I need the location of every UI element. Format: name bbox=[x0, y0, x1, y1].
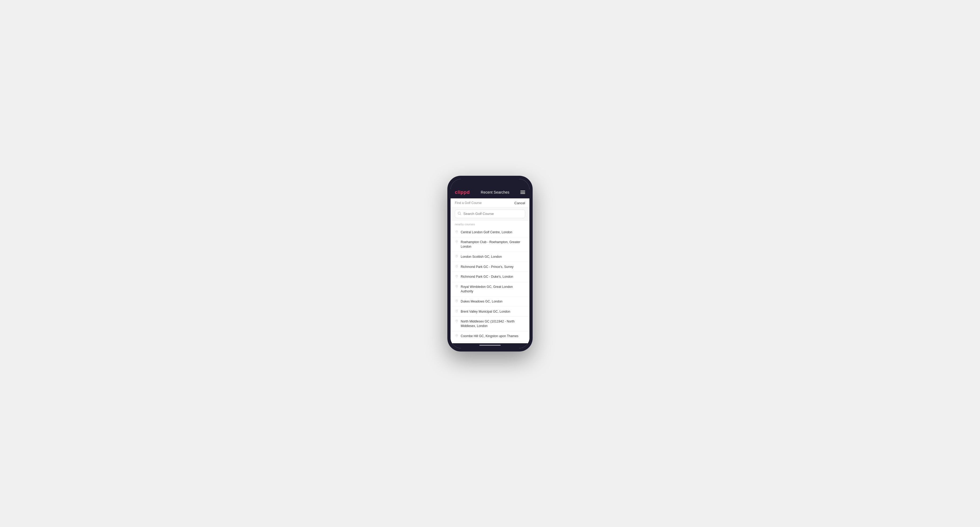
course-list-item[interactable]: Richmond Park GC - Prince's, Surrey bbox=[450, 262, 530, 272]
location-pin-icon bbox=[455, 230, 458, 234]
course-name: Dukes Meadows GC, London bbox=[461, 299, 503, 304]
course-name: Roehampton Club - Roehampton, Greater Lo… bbox=[461, 240, 525, 249]
cancel-button[interactable]: Cancel bbox=[514, 201, 525, 205]
home-indicator bbox=[450, 343, 530, 348]
location-pin-icon bbox=[455, 310, 458, 313]
course-name: London Scottish GC, London bbox=[461, 255, 502, 259]
course-list-item[interactable]: Dukes Meadows GC, London bbox=[450, 297, 530, 307]
phone-notch bbox=[450, 179, 530, 187]
menu-line-1 bbox=[520, 190, 525, 191]
content-area: Find a Golf Course Cancel Nearby bbox=[450, 198, 530, 343]
app-logo: clippd bbox=[455, 190, 470, 195]
header-title: Recent Searches bbox=[480, 190, 509, 194]
course-name: Royal Wimbledon GC, Great London Authori… bbox=[461, 285, 525, 294]
course-list-item[interactable]: North Middlesex GC (1011942 - North Midd… bbox=[450, 317, 530, 331]
location-pin-icon bbox=[455, 285, 458, 289]
svg-point-9 bbox=[456, 310, 457, 311]
search-box[interactable] bbox=[455, 210, 525, 218]
course-name: Richmond Park GC - Prince's, Surrey bbox=[461, 265, 514, 269]
home-indicator-bar bbox=[479, 345, 501, 346]
location-pin-icon bbox=[455, 300, 458, 303]
menu-line-2 bbox=[520, 192, 525, 192]
course-list-item[interactable]: Coombe Hill GC, Kingston upon Thames bbox=[450, 331, 530, 341]
svg-point-4 bbox=[456, 256, 457, 256]
search-icon bbox=[458, 212, 461, 216]
course-list-item[interactable]: London Scottish GC, London bbox=[450, 252, 530, 262]
phone-device: clippd Recent Searches Find a Golf Cours… bbox=[447, 176, 533, 351]
search-input[interactable] bbox=[463, 212, 522, 216]
phone-screen: clippd Recent Searches Find a Golf Cours… bbox=[450, 179, 530, 348]
find-label: Find a Golf Course bbox=[455, 201, 482, 205]
svg-point-11 bbox=[456, 335, 457, 335]
location-pin-icon bbox=[455, 240, 458, 244]
svg-point-2 bbox=[456, 231, 457, 232]
course-list-item[interactable]: Roehampton Club - Roehampton, Greater Lo… bbox=[450, 237, 530, 252]
location-pin-icon bbox=[455, 319, 458, 323]
menu-line-3 bbox=[520, 193, 525, 194]
menu-button[interactable] bbox=[520, 190, 525, 194]
find-header: Find a Golf Course Cancel bbox=[450, 198, 530, 208]
search-container bbox=[450, 208, 530, 221]
svg-point-6 bbox=[456, 276, 457, 276]
course-list-item[interactable]: Central London Golf Centre, London bbox=[450, 227, 530, 238]
location-pin-icon bbox=[455, 275, 458, 279]
location-pin-icon bbox=[455, 255, 458, 259]
course-list: Central London Golf Centre, London Roeha… bbox=[450, 227, 530, 341]
svg-point-3 bbox=[456, 241, 457, 242]
location-pin-icon bbox=[455, 265, 458, 269]
course-name: Coombe Hill GC, Kingston upon Thames bbox=[461, 334, 519, 338]
course-name: Brent Valley Municipal GC, London bbox=[461, 310, 510, 314]
svg-point-8 bbox=[456, 300, 457, 301]
course-name: North Middlesex GC (1011942 - North Midd… bbox=[461, 319, 525, 329]
location-pin-icon bbox=[455, 334, 458, 338]
svg-line-1 bbox=[460, 214, 461, 215]
course-list-item[interactable]: Brent Valley Municipal GC, London bbox=[450, 307, 530, 317]
course-list-item[interactable]: Richmond Park GC - Duke's, London bbox=[450, 272, 530, 282]
nearby-label: Nearby courses bbox=[450, 221, 530, 227]
course-list-item[interactable]: Royal Wimbledon GC, Great London Authori… bbox=[450, 282, 530, 297]
svg-point-5 bbox=[456, 265, 457, 266]
app-header: clippd Recent Searches bbox=[450, 187, 530, 198]
svg-point-10 bbox=[456, 321, 457, 321]
nearby-courses-section: Nearby courses Central London Golf Centr… bbox=[450, 221, 530, 343]
course-name: Richmond Park GC - Duke's, London bbox=[461, 275, 513, 279]
course-name: Central London Golf Centre, London bbox=[461, 230, 512, 235]
svg-point-7 bbox=[456, 286, 457, 287]
